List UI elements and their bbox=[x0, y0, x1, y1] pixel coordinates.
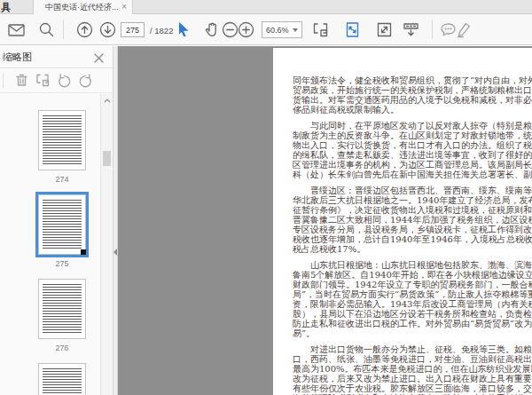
sidebar-scrollbar[interactable] bbox=[100, 94, 113, 395]
panel-close-button[interactable] bbox=[93, 51, 105, 63]
text-line: 与此同时，在平原地区发动了以反对敌人掠夺（特别是粮食 bbox=[293, 121, 532, 130]
text-line: 资，限制非必需品输入。1943年后改设工商管理局（内有关税科 bbox=[293, 299, 532, 309]
pdf-reader-window: 具 中国史话·近代经济... × / 1822 bbox=[0, 0, 532, 395]
document-view[interactable]: 同年颁布法令，健全税收和贸易组织，贯彻了“对内自由，对外统贸易政策，开始施行统一… bbox=[118, 46, 532, 395]
text-line: 口，西药、纸张、油墨等免税进口，对生油、豆油则征高税出口 bbox=[293, 354, 532, 364]
thumbnail-page-number: 276 bbox=[38, 344, 86, 352]
fit-width-button[interactable] bbox=[311, 20, 330, 39]
thumbnail-list: 274275276 bbox=[0, 94, 100, 395]
toolbar-separator bbox=[3, 73, 4, 88]
thumbnail-page-preview[interactable] bbox=[38, 194, 86, 255]
panel-title: 缩略图 bbox=[0, 51, 32, 64]
text-line: 晋绥边区：晋绥边区包括晋西北、晋西南、绥东、绥南等的 bbox=[293, 186, 532, 195]
zoom-in-button[interactable] bbox=[237, 20, 255, 39]
text-line: 税收也逐年增加，总计自1940年至1946年，入境税占总税收40% bbox=[293, 234, 532, 244]
text-line: 山东抗日根据地：山东抗日根据地包括胶东、渤海、滨海、 bbox=[293, 260, 532, 270]
content-area: 缩略图 bbox=[0, 46, 532, 395]
thumbnail-item[interactable]: 276 bbox=[38, 279, 86, 352]
hand-tool-button[interactable] bbox=[202, 20, 221, 39]
thumbnail-text-lines bbox=[43, 284, 82, 334]
thumbnail-panel-header: 缩略图 bbox=[0, 46, 113, 68]
text-line: 有些年份仅次于农业税。胶东解放区三面临海，港口较多，交通 bbox=[293, 383, 532, 393]
page-text-container: 同年颁布法令，健全税收和贸易组织，贯彻了“对内自由，对外统贸易政策，开始施行统一… bbox=[293, 75, 532, 395]
thumbnail-item[interactable]: 275 bbox=[38, 194, 86, 268]
scrollbar-up-button[interactable] bbox=[101, 94, 113, 107]
ribbon-tools-label[interactable]: 具 bbox=[1, 1, 11, 14]
text-line: 侈品则征高税或限制输入。 bbox=[293, 105, 532, 115]
text-line: 华北敌后三大抗日根据地之一。1940年建立了经济总局，发布《 bbox=[293, 195, 532, 205]
actual-size-button[interactable] bbox=[375, 20, 394, 39]
select-tool-button[interactable] bbox=[175, 20, 193, 39]
thumbnail-page-preview[interactable] bbox=[38, 279, 86, 339]
text-line: 股），县局以下在沿边地区分设若干税务所和检查站，负责检查 bbox=[293, 309, 532, 319]
text-line: 贸易政策，开始施行统一的关税保护税制，严格统制粮棉出口， bbox=[293, 85, 532, 95]
thumbnail-page-number: 274 bbox=[38, 175, 86, 184]
rotate-left-button[interactable] bbox=[56, 72, 73, 89]
text-line: 鲁南5个解放区。自1940年开始，即在各小块根据地边缘设立税 bbox=[293, 270, 532, 280]
paragraph: 晋绥边区：晋绥边区包括晋西北、晋西南、绥东、绥南等的华北敌后三大抗日根据地之一。… bbox=[293, 186, 532, 254]
thumbnail-page-number: 275 bbox=[38, 259, 86, 268]
text-line: 局”，当时在贸易方面实行“易货政策”，防止敌人掠夺粮棉等重要 bbox=[293, 289, 532, 299]
previous-page-button[interactable] bbox=[75, 20, 94, 39]
text-line: 防止走私和征收进出口税的工作。对外贸易由“易货贸易”改为“ bbox=[293, 319, 532, 328]
paragraph: 山东抗日根据地：山东抗日根据地包括胶东、渤海、滨海、鲁南5个解放区。自1940年… bbox=[293, 260, 532, 338]
text-line: 制敌货为主的反资敌斗争。在山区则划定了对敌封锁地带，统一 bbox=[293, 130, 532, 140]
highlighter-button[interactable] bbox=[454, 20, 473, 39]
text-line: 货输出。对军需交通医药用品的入境予以免税和减税，对非必需 bbox=[293, 95, 532, 105]
text-line: 征暂行条例》，决定征收货物出入境税和过境税，征税原则和晋 bbox=[293, 205, 532, 215]
zoom-level-select[interactable]: 60.6% bbox=[262, 21, 302, 38]
page-total-label: / 1822 bbox=[150, 26, 173, 36]
page-number-input[interactable] bbox=[121, 22, 145, 37]
rotate-right-button[interactable] bbox=[77, 72, 94, 89]
text-line: 易”。 bbox=[293, 328, 532, 338]
thumbnail-item[interactable]: 274 bbox=[38, 110, 86, 184]
resize-thumbnails-button[interactable] bbox=[35, 72, 51, 89]
thumbnail-toolbar bbox=[0, 68, 113, 93]
chevron-down-icon bbox=[293, 28, 298, 32]
thumbnail-text-lines bbox=[43, 368, 82, 395]
paragraph: 对进出口货物一般亦分为禁止、征税、免税等三类。如粮食口，西药、纸张、油墨等免税进… bbox=[293, 344, 532, 395]
next-page-button[interactable] bbox=[98, 20, 117, 39]
text-line: 物出入口，实行以货换货，有出口才有入口的办法。组织了税务 bbox=[293, 140, 532, 150]
scrollbar-thumb[interactable] bbox=[103, 151, 111, 166]
text-line: 的缉私队，查禁走私贩卖、违法进出境等事宜，收到了很好的效 bbox=[293, 150, 532, 160]
toolbar-separator bbox=[432, 20, 433, 39]
toolbar-separator bbox=[63, 20, 64, 39]
delete-page-button[interactable] bbox=[13, 72, 30, 89]
text-line: 税占总税收17%。 bbox=[293, 244, 532, 254]
document-tab[interactable]: 中国史话·近代经济... × bbox=[33, 0, 133, 14]
continuous-scroll-button[interactable] bbox=[402, 20, 420, 39]
text-line: 专区设税务分局，县设税务局，乡镇设税卡，征税工作得到改进 bbox=[293, 225, 532, 234]
search-button[interactable] bbox=[37, 20, 56, 39]
thumbnail-text-lines bbox=[43, 200, 82, 249]
thumbnail-page-preview[interactable] bbox=[38, 110, 86, 170]
thumbnail-text-lines bbox=[43, 115, 82, 165]
main-toolbar: / 1822 60.6% bbox=[0, 14, 532, 45]
email-button[interactable] bbox=[7, 20, 26, 39]
thumbnail-page-preview[interactable] bbox=[38, 363, 86, 395]
paragraph: 同年颁布法令，健全税收和贸易组织，贯彻了“对内自由，对外统贸易政策，开始施行统一… bbox=[293, 75, 532, 115]
text-line: 科（处）长朱剑白曾先后在新中国海关担任海关总署署长、副署 bbox=[293, 170, 532, 179]
tab-bar: 具 中国史话·近代经济... × bbox=[0, 0, 532, 14]
zoom-level-value: 60.6% bbox=[262, 26, 293, 35]
text-line: 晋冀鲁豫二区大致相同，1944年后加强了税务组织，边区设税务 bbox=[293, 215, 532, 225]
thumbnail-item[interactable] bbox=[38, 363, 86, 395]
text-line: 财政部门领导。1942年设立了专职的贸易税务部门，一般合称“ bbox=[293, 280, 532, 289]
tab-close-icon[interactable]: × bbox=[121, 3, 127, 12]
text-line: 最高为100%。布匹本来是免税进口的，但在山东纺织业发展以后 bbox=[293, 364, 532, 374]
text-line: 区管理进出境事务的机构，为边区工商管理总局。该局副局长和 bbox=[293, 160, 532, 170]
thumbnail-panel: 缩略图 bbox=[0, 46, 113, 395]
paragraph: 与此同时，在平原地区发动了以反对敌人掠夺（特别是粮食制敌货为主的反资敌斗争。在山… bbox=[293, 121, 532, 179]
selection-resize-handle[interactable] bbox=[81, 249, 86, 255]
text-line: 改为征税，后来又改为禁止进口。出入口税在财政上具有重要意 bbox=[293, 374, 532, 383]
text-line: 同年颁布法令，健全税收和贸易组织，贯彻了“对内自由，对外统 bbox=[293, 75, 532, 85]
fit-page-button[interactable] bbox=[343, 20, 362, 39]
text-line: 对进出口货物一般亦分为禁止、征税、免税等三类。如粮食 bbox=[293, 344, 532, 354]
collapse-panel-icon[interactable] bbox=[113, 249, 117, 256]
pdf-page: 同年颁布法令，健全税收和贸易组织，贯彻了“对内自由，对外统贸易政策，开始施行统一… bbox=[273, 48, 532, 395]
document-tab-title: 中国史话·近代经济... bbox=[45, 2, 118, 13]
